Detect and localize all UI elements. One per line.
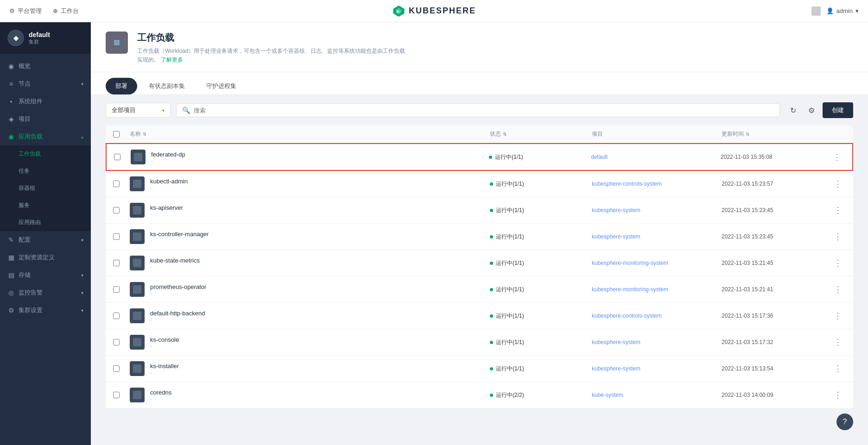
user-menu[interactable]: 👤 admin ▾ [826,7,859,14]
row-more-button[interactable]: ⋮ [830,388,846,402]
tab-statefulsets[interactable]: 有状态副本集 [139,78,195,94]
row-icon [130,176,145,191]
sidebar-item-nodes[interactable]: ≡ 节点 ▾ [0,75,91,93]
sidebar-item-config[interactable]: ✎ 配置 ▾ [0,231,91,249]
row-more-button[interactable]: ⋮ [830,203,846,217]
page-title: 工作负载 [137,31,406,44]
tab-bar: 部署 有状态副本集 守护进程集 [91,72,868,95]
sidebar-item-label: 概览 [19,62,31,70]
sidebar-item-label: 项目 [19,115,31,123]
table-row: ks-console - 运行中(1/1) kubesphere-system … [106,329,853,356]
row-project-col[interactable]: kubesphere-system [592,339,722,345]
cluster-settings-chevron-icon: ▾ [81,308,83,313]
search-input[interactable] [194,107,774,114]
row-checkbox[interactable] [113,286,120,293]
row-project-col[interactable]: kubesphere-system [592,207,722,213]
header-update-time[interactable]: 更新时间 ⇅ [722,130,824,138]
row-checkbox[interactable] [113,181,120,187]
row-project-col[interactable]: kubesphere-controls-system [592,181,722,187]
table-row: ks-controller-manager - 运行中(1/1) kubesph… [106,224,853,250]
sidebar-sub-item-container-groups[interactable]: 容器组 [0,180,91,197]
row-more-button[interactable]: ⋮ [829,150,845,164]
row-checkbox[interactable] [114,154,120,160]
fab-button[interactable]: ? [836,414,853,430]
top-nav-left: ⚙ 平台管理 ⊕ 工作台 [9,7,79,15]
gear-icon: ⚙ [9,7,15,14]
custom-resources-icon: ▦ [7,254,15,261]
sidebar-sub-item-services[interactable]: 服务 [0,197,91,214]
row-status-col: 运行中(1/1) [489,153,591,161]
row-checkbox[interactable] [113,260,120,266]
row-project-col[interactable]: default [591,154,721,160]
row-project-col[interactable]: kubesphere-monitoring-system [592,286,722,293]
table-row: default-http-backend - 运行中(1/1) kubesphe… [106,303,853,329]
row-more-button[interactable]: ⋮ [830,256,846,270]
status-dot [490,314,493,318]
row-status-col: 运行中(2/2) [490,391,592,399]
row-checkbox[interactable] [113,339,120,345]
row-project-col[interactable]: kubesphere-system [592,365,722,372]
top-nav: ⚙ 平台管理 ⊕ 工作台 K KUBESPHERE 👤 admin ▾ [0,0,868,22]
sidebar-item-monitoring[interactable]: ◎ 监控告警 ▾ [0,284,91,301]
sidebar-item-overview[interactable]: ◉ 概览 [0,57,91,75]
row-project-col[interactable]: kubesphere-monitoring-system [592,260,722,266]
row-checkbox[interactable] [113,365,120,372]
row-more-button[interactable]: ⋮ [830,309,846,323]
cluster-name: default [29,31,50,38]
sidebar-item-app-workloads[interactable]: ◉ 应用负载 ▴ [0,128,91,145]
top-nav-center: K KUBESPHERE [392,5,476,18]
sidebar-sub-app-workloads: 工作负载 任务 容器组 服务 应用路由 [0,145,91,231]
select-all-checkbox[interactable] [113,131,120,138]
sidebar-item-label: 集群设置 [19,306,43,314]
page-header: 工作负载 工作负载（Workload）用于处理业务请求，可包含一个或多个容器组、… [91,22,868,72]
table-row: ks-installer - 运行中(1/1) kubesphere-syste… [106,356,853,382]
row-checkbox[interactable] [113,313,120,319]
row-checkbox[interactable] [113,233,120,240]
table-row: coredns - 运行中(2/2) kube-system 2022-11-0… [106,382,853,408]
sidebar-item-cluster-settings[interactable]: ⚙ 集群设置 ▾ [0,301,91,319]
workbench-link[interactable]: ⊕ 工作台 [53,7,79,15]
sidebar-sub-item-app-routes[interactable]: 应用路由 [0,214,91,231]
svg-text:K: K [396,9,399,14]
status-dot [489,156,492,159]
sidebar-item-projects[interactable]: ◈ 项目 [0,110,91,128]
projects-icon: ◈ [7,115,15,123]
row-more-button[interactable]: ⋮ [830,230,846,244]
sidebar-sub-item-workloads[interactable]: 工作负载 [0,145,91,163]
row-time-col: 2022-11-03 15:35:08 [721,154,823,160]
platform-mgmt-link[interactable]: ⚙ 平台管理 [9,7,42,15]
cluster-selector[interactable]: ◈ default 集群 [0,22,91,54]
top-nav-right: 👤 admin ▾ [811,6,859,16]
status-dot [490,209,493,212]
notification-icon[interactable] [811,6,821,16]
sidebar-menu: ◉ 概览 ≡ 节点 ▾ ▪ 系统组件 ◈ 项目 ◉ 应用负载 ▴ [0,54,91,445]
row-icon [130,361,145,376]
row-project-col[interactable]: kubesphere-system [592,233,722,240]
user-chevron-icon: ▾ [855,7,859,14]
row-checkbox[interactable] [113,392,120,398]
header-name[interactable]: 名称 ⇅ [130,130,490,138]
row-more-button[interactable]: ⋮ [830,362,846,376]
create-button[interactable]: 创建 [823,102,853,118]
row-more-button[interactable]: ⋮ [830,282,846,296]
row-name-col: coredns - [130,388,490,402]
tab-deployments[interactable]: 部署 [106,78,137,94]
learn-more-link[interactable]: 了解更多 [161,56,183,63]
sidebar-sub-item-jobs[interactable]: 任务 [0,163,91,180]
tab-daemonsets[interactable]: 守护进程集 [196,78,246,94]
row-project-col[interactable]: kubesphere-controls-system [592,313,722,319]
sidebar-item-custom-resources[interactable]: ▦ 定制资源定义 [0,249,91,266]
row-more-button[interactable]: ⋮ [830,335,846,349]
sidebar-item-system-components[interactable]: ▪ 系统组件 [0,93,91,110]
sidebar-item-storage[interactable]: ▤ 存储 ▾ [0,266,91,284]
row-checkbox[interactable] [113,207,120,213]
row-more-button[interactable]: ⋮ [830,177,846,191]
sidebar-item-label: 存储 [19,271,31,279]
app-workloads-chevron-icon: ▴ [81,134,83,139]
row-project-col[interactable]: kube-system [592,392,722,398]
header-status[interactable]: 状态 ⇅ [490,130,592,138]
refresh-button[interactable]: ↻ [786,103,800,118]
status-dot [490,262,493,265]
project-selector[interactable]: 全部项目 ▾ [106,103,171,118]
settings-button[interactable]: ⚙ [804,103,819,118]
